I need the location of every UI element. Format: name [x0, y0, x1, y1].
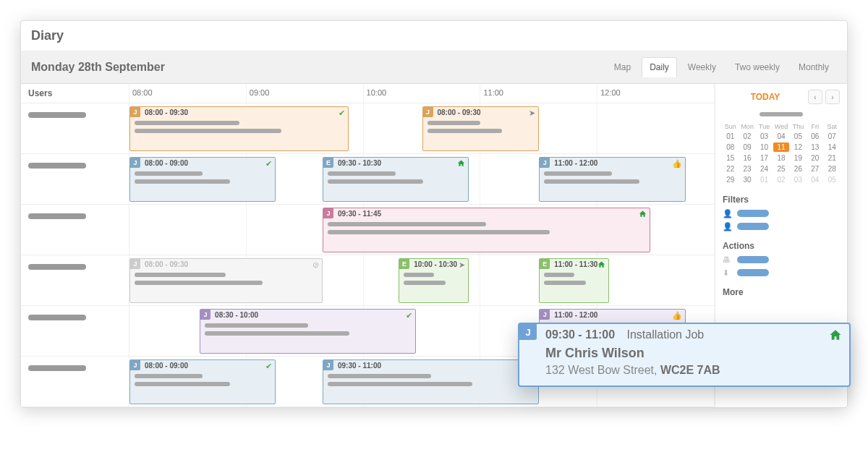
mini-cal-day[interactable]: 13 [807, 142, 822, 152]
mini-cal-day[interactable]: 21 [825, 153, 840, 163]
mini-cal-day[interactable]: 02 [739, 132, 754, 141]
mini-cal-day[interactable]: 05 [825, 175, 840, 184]
row-area[interactable]: J08:00 - 09:00✔E09:30 - 10:30J11:00 - 12… [129, 154, 715, 204]
tab-weekly[interactable]: Weekly [680, 57, 724, 77]
event-status-icon: ✔ [265, 362, 272, 371]
download-icon: ⬇ [723, 268, 733, 277]
event-card[interactable]: J08:00 - 09:00✔ [129, 359, 276, 404]
mini-cal-day[interactable]: 27 [807, 164, 822, 174]
mini-cal-dow: Sun [723, 123, 738, 130]
mini-cal-day[interactable]: 03 [791, 175, 806, 184]
mini-cal-day[interactable]: 08 [723, 142, 738, 152]
mini-cal-day[interactable]: 01 [723, 132, 738, 141]
hour-header: 11:00 [480, 84, 597, 103]
event-tag: J [130, 107, 140, 117]
user-label [21, 306, 129, 356]
user-icon: 👤 [723, 222, 733, 231]
mini-cal-day[interactable]: 24 [757, 164, 772, 174]
mini-cal-day[interactable]: 22 [723, 164, 738, 174]
event-status-icon [597, 260, 605, 270]
hour-header: 09:00 [247, 84, 364, 103]
event-time: 08:00 - 09:30 [145, 260, 318, 268]
filter-item[interactable]: 👤 [723, 222, 840, 231]
event-card[interactable]: J09:30 - 11:00 [323, 359, 539, 404]
mini-cal-day[interactable]: 06 [807, 132, 822, 141]
mini-cal-day[interactable]: 15 [723, 153, 738, 163]
mini-cal-day[interactable]: 12 [791, 142, 806, 152]
event-status-icon: ➤ [459, 260, 465, 270]
mini-cal-day[interactable]: 23 [739, 164, 754, 174]
hour-header: 12:00 [597, 84, 715, 103]
mini-cal-day[interactable]: 10 [757, 142, 772, 152]
event-tag: J [323, 360, 333, 370]
mini-cal-day[interactable]: 29 [723, 175, 738, 184]
user-icon: 👤 [723, 209, 733, 218]
event-time: 08:00 - 09:00 [145, 362, 271, 370]
event-card[interactable]: J08:00 - 09:30⊘ [129, 258, 323, 303]
mini-cal-dow: Tue [757, 123, 772, 130]
tab-monthly[interactable]: Monthly [791, 57, 837, 77]
event-card[interactable]: E11:00 - 11:30 [539, 258, 609, 303]
mini-cal-day[interactable]: 02 [773, 175, 788, 184]
event-card[interactable]: J11:00 - 12:00👍 [539, 157, 685, 202]
event-tag: J [130, 259, 140, 269]
user-row: J08:00 - 09:30⊘E10:00 - 10:30➤E11:00 - 1… [21, 255, 715, 306]
prev-button[interactable]: ‹ [808, 90, 822, 104]
mini-cal-day[interactable]: 19 [791, 153, 806, 163]
hour-header: 08:00 [129, 84, 247, 103]
mini-cal-day[interactable]: 26 [791, 164, 806, 174]
event-card[interactable]: E09:30 - 10:30 [323, 157, 469, 202]
row-area[interactable]: J09:30 - 11:45 [129, 205, 715, 255]
event-time: 11:00 - 11:30 [554, 260, 604, 268]
mini-cal-day[interactable]: 30 [739, 175, 754, 184]
mini-cal-day[interactable]: 05 [791, 132, 806, 141]
event-tag: J [130, 360, 140, 370]
event-card[interactable]: J08:00 - 09:30✔ [129, 106, 349, 151]
users-column-header: Users [21, 84, 129, 103]
tab-daily[interactable]: Daily [642, 57, 677, 77]
event-status-icon: ➤ [529, 108, 535, 118]
user-label [21, 205, 129, 255]
user-row: J09:30 - 11:45 [21, 205, 715, 255]
mini-cal-day[interactable]: 14 [825, 142, 840, 152]
mini-cal-day[interactable]: 07 [825, 132, 840, 141]
hours-header: 08:0009:0010:0011:0012:00 [129, 84, 715, 103]
next-button[interactable]: › [825, 90, 840, 104]
event-time: 09:30 - 11:45 [338, 210, 645, 218]
mini-cal-day[interactable]: 25 [773, 164, 788, 174]
mini-cal-day[interactable]: 18 [773, 153, 788, 163]
today-button[interactable]: TODAY [723, 92, 808, 102]
actions-section: Actions 🖶 ⬇ [723, 241, 840, 277]
mini-cal-day[interactable]: 04 [807, 175, 822, 184]
row-area[interactable]: J08:00 - 09:30✔J08:00 - 09:30➤ [129, 103, 715, 153]
event-card[interactable]: J09:30 - 11:45 [323, 208, 650, 252]
mini-cal-day[interactable]: 17 [757, 153, 772, 163]
mini-cal-day[interactable]: 01 [757, 175, 772, 184]
action-item[interactable]: ⬇ [723, 268, 840, 277]
actions-heading: Actions [723, 241, 840, 251]
event-card[interactable]: J08:00 - 09:30➤ [422, 106, 540, 151]
user-row: J08:00 - 09:30✔J08:00 - 09:30➤ [21, 103, 715, 154]
mini-cal-day[interactable]: 28 [825, 164, 840, 174]
event-card[interactable]: E10:00 - 10:30➤ [399, 258, 469, 303]
sub-bar: Monday 28th September MapDailyWeeklyTwo … [21, 51, 847, 84]
event-tag: J [130, 158, 140, 168]
event-tag: J [540, 310, 550, 320]
mini-cal-day[interactable]: 09 [739, 142, 754, 152]
event-time: 08:00 - 09:00 [145, 159, 271, 167]
event-card[interactable]: J08:30 - 10:00✔ [200, 309, 416, 354]
mini-cal-day[interactable]: 16 [739, 153, 754, 163]
tab-map[interactable]: Map [606, 57, 639, 77]
mini-cal-dow: Mon [739, 123, 754, 130]
filter-item[interactable]: 👤 [723, 209, 840, 218]
mini-cal-day[interactable]: 03 [757, 132, 772, 141]
mini-cal-day[interactable]: 20 [807, 153, 822, 163]
view-tabs: MapDailyWeeklyTwo weeklyMonthly [606, 57, 837, 77]
event-status-icon: ✔ [406, 311, 412, 320]
tab-two-weekly[interactable]: Two weekly [727, 57, 788, 77]
row-area[interactable]: J08:00 - 09:30⊘E10:00 - 10:30➤E11:00 - 1… [129, 255, 715, 305]
mini-cal-day[interactable]: 04 [773, 132, 788, 141]
mini-cal-day[interactable]: 11 [773, 142, 788, 152]
event-card[interactable]: J08:00 - 09:00✔ [129, 157, 276, 202]
action-item[interactable]: 🖶 [723, 255, 840, 264]
